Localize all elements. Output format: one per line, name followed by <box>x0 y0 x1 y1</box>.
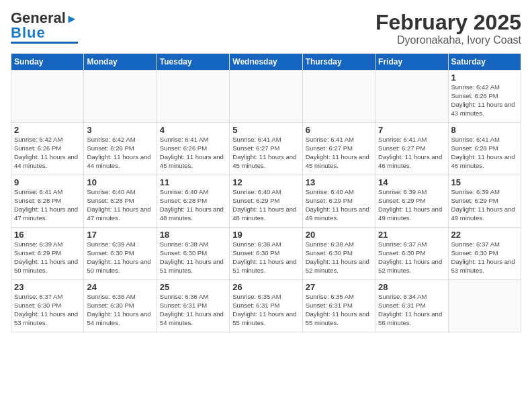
day-number: 9 <box>14 177 81 187</box>
day-info: Sunrise: 6:37 AMSunset: 6:30 PMDaylight:… <box>451 240 518 275</box>
calendar-cell: 19Sunrise: 6:38 AMSunset: 6:30 PMDayligh… <box>230 228 302 280</box>
day-info: Sunrise: 6:39 AMSunset: 6:29 PMDaylight:… <box>451 188 518 222</box>
calendar-cell: 16Sunrise: 6:39 AMSunset: 6:29 PMDayligh… <box>11 228 84 280</box>
day-number: 2 <box>14 125 81 135</box>
day-number: 7 <box>378 125 445 135</box>
title-block: February 2025 Dyoronakaha, Ivory Coast <box>375 11 521 46</box>
calendar-week-2: 2Sunrise: 6:42 AMSunset: 6:26 PMDaylight… <box>11 123 521 175</box>
calendar-body: 1Sunrise: 6:42 AMSunset: 6:26 PMDaylight… <box>11 71 521 332</box>
col-thursday: Thursday <box>302 54 375 71</box>
calendar-cell <box>11 71 84 123</box>
calendar-cell: 14Sunrise: 6:39 AMSunset: 6:29 PMDayligh… <box>375 175 448 228</box>
calendar-cell: 13Sunrise: 6:40 AMSunset: 6:29 PMDayligh… <box>302 175 375 228</box>
header: General► Blue February 2025 Dyoronakaha,… <box>11 11 521 46</box>
calendar-cell: 8Sunrise: 6:41 AMSunset: 6:28 PMDaylight… <box>448 123 521 175</box>
col-sunday: Sunday <box>11 54 84 71</box>
day-number: 28 <box>378 282 445 292</box>
day-number: 3 <box>87 125 153 135</box>
calendar-cell: 9Sunrise: 6:41 AMSunset: 6:28 PMDaylight… <box>11 175 84 228</box>
col-wednesday: Wednesday <box>230 54 302 71</box>
day-info: Sunrise: 6:37 AMSunset: 6:30 PMDaylight:… <box>378 240 445 275</box>
calendar-cell: 21Sunrise: 6:37 AMSunset: 6:30 PMDayligh… <box>375 228 448 280</box>
day-info: Sunrise: 6:39 AMSunset: 6:29 PMDaylight:… <box>14 240 81 275</box>
day-number: 1 <box>451 73 518 83</box>
calendar-cell <box>448 280 521 332</box>
day-info: Sunrise: 6:42 AMSunset: 6:26 PMDaylight:… <box>87 136 153 170</box>
day-info: Sunrise: 6:40 AMSunset: 6:28 PMDaylight:… <box>160 188 226 222</box>
day-info: Sunrise: 6:42 AMSunset: 6:26 PMDaylight:… <box>14 136 81 170</box>
calendar-cell: 11Sunrise: 6:40 AMSunset: 6:28 PMDayligh… <box>157 175 229 228</box>
day-number: 22 <box>451 230 518 240</box>
calendar-title: February 2025 <box>375 11 521 34</box>
calendar-cell: 1Sunrise: 6:42 AMSunset: 6:26 PMDaylight… <box>448 71 521 123</box>
day-info: Sunrise: 6:41 AMSunset: 6:27 PMDaylight:… <box>306 136 372 170</box>
calendar-cell: 24Sunrise: 6:36 AMSunset: 6:30 PMDayligh… <box>84 280 157 332</box>
day-number: 11 <box>160 177 226 187</box>
calendar-week-4: 16Sunrise: 6:39 AMSunset: 6:29 PMDayligh… <box>11 228 521 280</box>
calendar-cell <box>84 71 157 123</box>
day-number: 23 <box>14 282 81 292</box>
col-friday: Friday <box>375 54 448 71</box>
day-number: 5 <box>232 125 299 135</box>
calendar-header-row: Sunday Monday Tuesday Wednesday Thursday… <box>11 54 521 71</box>
day-info: Sunrise: 6:41 AMSunset: 6:27 PMDaylight:… <box>378 136 445 170</box>
day-number: 14 <box>378 177 445 187</box>
day-info: Sunrise: 6:36 AMSunset: 6:31 PMDaylight:… <box>160 293 226 327</box>
day-info: Sunrise: 6:35 AMSunset: 6:31 PMDaylight:… <box>232 293 299 327</box>
col-tuesday: Tuesday <box>157 54 229 71</box>
day-number: 26 <box>232 282 299 292</box>
calendar-week-5: 23Sunrise: 6:37 AMSunset: 6:30 PMDayligh… <box>11 280 521 332</box>
calendar-cell: 23Sunrise: 6:37 AMSunset: 6:30 PMDayligh… <box>11 280 84 332</box>
calendar-cell <box>157 71 229 123</box>
day-number: 15 <box>451 177 518 187</box>
day-info: Sunrise: 6:41 AMSunset: 6:28 PMDaylight:… <box>14 188 81 222</box>
calendar-subtitle: Dyoronakaha, Ivory Coast <box>375 34 521 46</box>
calendar-cell: 6Sunrise: 6:41 AMSunset: 6:27 PMDaylight… <box>302 123 375 175</box>
day-info: Sunrise: 6:41 AMSunset: 6:27 PMDaylight:… <box>232 136 299 170</box>
day-info: Sunrise: 6:40 AMSunset: 6:29 PMDaylight:… <box>232 188 299 222</box>
calendar-cell: 27Sunrise: 6:35 AMSunset: 6:31 PMDayligh… <box>302 280 375 332</box>
day-number: 12 <box>232 177 299 187</box>
day-info: Sunrise: 6:38 AMSunset: 6:30 PMDaylight:… <box>160 240 226 275</box>
day-info: Sunrise: 6:40 AMSunset: 6:28 PMDaylight:… <box>87 188 153 222</box>
day-info: Sunrise: 6:34 AMSunset: 6:31 PMDaylight:… <box>378 293 445 327</box>
day-info: Sunrise: 6:38 AMSunset: 6:30 PMDaylight:… <box>232 240 299 275</box>
day-number: 6 <box>306 125 372 135</box>
logo: General► Blue <box>11 11 78 44</box>
day-number: 20 <box>306 230 372 240</box>
calendar-cell: 7Sunrise: 6:41 AMSunset: 6:27 PMDaylight… <box>375 123 448 175</box>
calendar-cell: 15Sunrise: 6:39 AMSunset: 6:29 PMDayligh… <box>448 175 521 228</box>
calendar-cell <box>375 71 448 123</box>
day-info: Sunrise: 6:36 AMSunset: 6:30 PMDaylight:… <box>87 293 153 327</box>
calendar-cell: 5Sunrise: 6:41 AMSunset: 6:27 PMDaylight… <box>230 123 302 175</box>
day-number: 16 <box>14 230 81 240</box>
day-info: Sunrise: 6:39 AMSunset: 6:30 PMDaylight:… <box>87 240 153 275</box>
calendar-cell: 4Sunrise: 6:41 AMSunset: 6:26 PMDaylight… <box>157 123 229 175</box>
calendar-cell: 10Sunrise: 6:40 AMSunset: 6:28 PMDayligh… <box>84 175 157 228</box>
calendar-cell: 20Sunrise: 6:38 AMSunset: 6:30 PMDayligh… <box>302 228 375 280</box>
day-number: 25 <box>160 282 226 292</box>
day-info: Sunrise: 6:37 AMSunset: 6:30 PMDaylight:… <box>14 293 81 327</box>
calendar-cell: 25Sunrise: 6:36 AMSunset: 6:31 PMDayligh… <box>157 280 229 332</box>
calendar-cell: 28Sunrise: 6:34 AMSunset: 6:31 PMDayligh… <box>375 280 448 332</box>
col-monday: Monday <box>84 54 157 71</box>
calendar-table: Sunday Monday Tuesday Wednesday Thursday… <box>11 53 521 332</box>
day-number: 13 <box>306 177 372 187</box>
day-info: Sunrise: 6:39 AMSunset: 6:29 PMDaylight:… <box>378 188 445 222</box>
day-info: Sunrise: 6:35 AMSunset: 6:31 PMDaylight:… <box>306 293 372 327</box>
logo-underline <box>11 42 78 44</box>
day-number: 17 <box>87 230 153 240</box>
calendar-cell: 18Sunrise: 6:38 AMSunset: 6:30 PMDayligh… <box>157 228 229 280</box>
day-number: 18 <box>160 230 226 240</box>
day-number: 19 <box>232 230 299 240</box>
day-number: 10 <box>87 177 153 187</box>
day-info: Sunrise: 6:41 AMSunset: 6:26 PMDaylight:… <box>160 136 226 170</box>
calendar-cell <box>302 71 375 123</box>
calendar-cell: 12Sunrise: 6:40 AMSunset: 6:29 PMDayligh… <box>230 175 302 228</box>
logo-text: General► Blue <box>11 11 78 40</box>
calendar-week-3: 9Sunrise: 6:41 AMSunset: 6:28 PMDaylight… <box>11 175 521 228</box>
day-number: 27 <box>306 282 372 292</box>
day-number: 21 <box>378 230 445 240</box>
calendar-cell: 3Sunrise: 6:42 AMSunset: 6:26 PMDaylight… <box>84 123 157 175</box>
day-number: 4 <box>160 125 226 135</box>
